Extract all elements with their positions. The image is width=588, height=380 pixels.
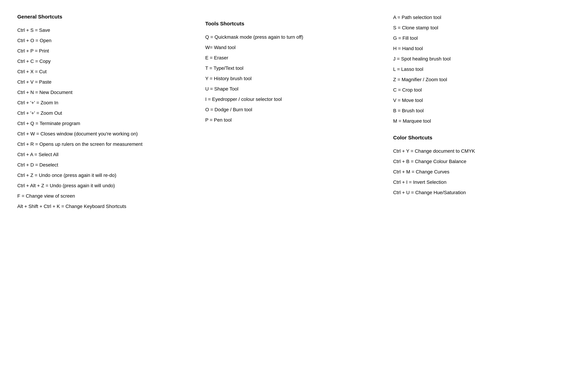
- list-item: T = Type/Text tool: [205, 65, 383, 72]
- list-item: Ctrl + V = Paste: [17, 78, 195, 86]
- list-item: H = Hand tool: [393, 45, 571, 52]
- list-item: Ctrl + B = Change Colour Balance: [393, 158, 571, 165]
- list-item: I = Eyedropper / colour selector tool: [205, 96, 383, 103]
- list-item: Y = History brush tool: [205, 75, 383, 82]
- column-right: A = Path selection tool S = Clone stamp …: [393, 14, 571, 213]
- list-item: Ctrl + I = Invert Selection: [393, 179, 571, 186]
- column-tools: Tools Shortcuts Q = Quickmask mode (pres…: [205, 14, 383, 213]
- list-item: F = Change view of screen: [17, 192, 195, 200]
- list-item: Q = Quickmask mode (press again to turn …: [205, 34, 383, 41]
- list-item: Ctrl + X = Cut: [17, 68, 195, 75]
- list-item: Ctrl + M = Change Curves: [393, 168, 571, 175]
- column-general: General Shortcuts Ctrl + S = Save Ctrl +…: [17, 14, 195, 213]
- list-item: V = Move tool: [393, 97, 571, 104]
- tools-shortcuts-title: Tools Shortcuts: [205, 21, 383, 27]
- list-item: Ctrl + Q = Terminate program: [17, 120, 195, 127]
- list-item: Ctrl + R = Opens up rulers on the screen…: [17, 141, 195, 148]
- list-item: G = Fill tool: [393, 35, 571, 42]
- list-item: J = Spot healing brush tool: [393, 55, 571, 62]
- list-item: Ctrl + Alt + Z = Undo (press again it wi…: [17, 182, 195, 189]
- list-item: Ctrl + D = Deselect: [17, 161, 195, 169]
- list-item: B = Brush tool: [393, 107, 571, 114]
- list-item: A = Path selection tool: [393, 14, 571, 21]
- list-item: Ctrl + S = Save: [17, 27, 195, 34]
- list-item: Ctrl + P = Print: [17, 47, 195, 55]
- list-item: Ctrl + C = Copy: [17, 58, 195, 65]
- list-item: M = Marquee tool: [393, 117, 571, 125]
- color-shortcuts-title: Color Shortcuts: [393, 135, 571, 141]
- list-item: L = Lasso tool: [393, 66, 571, 73]
- list-item: Alt + Shift + Ctrl + K = Change Keyboard…: [17, 203, 195, 210]
- page-layout: General Shortcuts Ctrl + S = Save Ctrl +…: [17, 14, 571, 213]
- list-item: E = Eraser: [205, 54, 383, 61]
- list-item: Ctrl + Y = Change document to CMYK: [393, 148, 571, 155]
- list-item: Ctrl + O = Open: [17, 37, 195, 44]
- list-item: C = Crop tool: [393, 86, 571, 94]
- list-item: Ctrl + A = Select All: [17, 151, 195, 158]
- list-item: Ctrl + N = New Document: [17, 89, 195, 96]
- list-item: S = Clone stamp tool: [393, 24, 571, 31]
- list-item: Z = Magnifier / Zoom tool: [393, 76, 571, 83]
- list-item: Ctrl + '+' = Zoom Out: [17, 110, 195, 117]
- list-item: Ctrl + U = Change Hue/Saturation: [393, 189, 571, 196]
- list-item: P = Pen tool: [205, 116, 383, 124]
- list-item: Ctrl + W = Closes window (document you'r…: [17, 130, 195, 137]
- list-item: U = Shape Tool: [205, 85, 383, 93]
- general-shortcuts-title: General Shortcuts: [17, 14, 195, 20]
- list-item: Ctrl + '+' = Zoom In: [17, 99, 195, 106]
- list-item: O = Dodge / Burn tool: [205, 106, 383, 113]
- list-item: W= Wand tool: [205, 44, 383, 51]
- list-item: Ctrl + Z = Undo once (press again it wil…: [17, 172, 195, 179]
